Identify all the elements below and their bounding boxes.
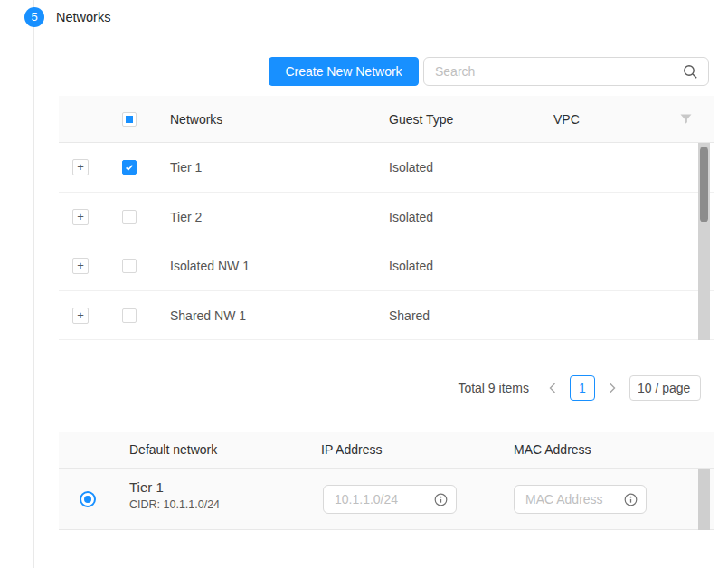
network-name: Tier 1: [170, 143, 202, 192]
network-wizard-step: 5 Networks Create New Network Networks G…: [0, 0, 728, 568]
step-title: Networks: [56, 7, 110, 27]
guest-type: Isolated: [389, 193, 433, 241]
select-all-checkbox[interactable]: [122, 112, 137, 127]
column-header-mac-address: MAC Address: [514, 432, 591, 469]
prev-page-button[interactable]: [543, 375, 563, 401]
network-name: Tier 1: [129, 479, 220, 495]
guest-type: Shared: [389, 291, 430, 340]
guest-type: Isolated: [389, 143, 433, 192]
networks-table-header: Networks Guest Type VPC: [59, 96, 714, 143]
expand-row-button[interactable]: +: [72, 159, 89, 175]
ip-address-input[interactable]: [325, 487, 428, 512]
indeterminate-mark: [126, 116, 133, 123]
expand-row-button[interactable]: +: [72, 258, 89, 274]
column-header-ip-address: IP Address: [321, 432, 382, 469]
chevron-left-icon: [549, 383, 556, 393]
pagination-total: Total 9 items: [458, 381, 529, 395]
table-scrollbar-track[interactable]: [698, 469, 710, 530]
table-row[interactable]: + Tier 2 Isolated: [59, 193, 714, 242]
radio-dot: [84, 496, 91, 503]
row-checkbox[interactable]: [122, 308, 137, 323]
row-checkbox[interactable]: [122, 160, 137, 175]
network-cidr: CIDR: 10.1.1.0/24: [129, 498, 220, 511]
next-page-button[interactable]: [602, 375, 622, 401]
default-network-radio[interactable]: [80, 491, 96, 507]
row-checkbox[interactable]: [122, 210, 137, 224]
page-size-value: 10 / page: [638, 381, 690, 395]
column-header-default-network: Default network: [129, 432, 217, 469]
create-new-network-button[interactable]: Create New Network: [269, 57, 419, 86]
table-scrollbar-track[interactable]: [698, 143, 710, 340]
filter-icon[interactable]: [680, 114, 692, 125]
ip-address-field[interactable]: [323, 485, 457, 514]
column-header-vpc: VPC: [553, 96, 580, 143]
row-checkbox[interactable]: [122, 259, 137, 273]
chevron-right-icon: [609, 383, 616, 393]
search-icon[interactable]: [683, 64, 698, 80]
mac-address-field[interactable]: [514, 485, 647, 514]
network-name: Tier 2: [170, 193, 202, 241]
table-row[interactable]: + Tier 1 Isolated: [59, 143, 714, 193]
table-row[interactable]: + Isolated NW 1 Isolated: [59, 241, 714, 291]
step-number-badge: 5: [24, 7, 44, 27]
guest-type: Isolated: [389, 241, 433, 290]
table-row[interactable]: + Shared NW 1 Shared: [59, 291, 714, 341]
network-name-cell: Tier 1 CIDR: 10.1.1.0/24: [129, 479, 220, 511]
search-input[interactable]: [425, 59, 680, 84]
default-network-row[interactable]: Tier 1 CIDR: 10.1.1.0/24: [59, 469, 714, 530]
search-box[interactable]: [423, 57, 709, 86]
mac-address-input[interactable]: [515, 487, 618, 512]
pagination: Total 9 items 1 10 / page: [458, 375, 701, 401]
default-network-table-header: Default network IP Address MAC Address: [59, 432, 714, 469]
page-number-button[interactable]: 1: [570, 375, 595, 401]
expand-row-button[interactable]: +: [72, 308, 89, 324]
expand-row-button[interactable]: +: [72, 209, 89, 225]
network-name: Shared NW 1: [170, 291, 246, 340]
default-network-table: Default network IP Address MAC Address T…: [59, 432, 714, 530]
column-header-networks: Networks: [170, 96, 222, 143]
page-size-select[interactable]: 10 / page: [629, 375, 701, 401]
networks-table: Networks Guest Type VPC + Tier 1 Isolate…: [59, 96, 714, 340]
step-connector-line: [33, 0, 34, 568]
network-name: Isolated NW 1: [170, 241, 250, 290]
check-icon: [124, 162, 135, 173]
column-header-guest-type: Guest Type: [389, 96, 453, 143]
table-scrollbar-thumb[interactable]: [700, 147, 708, 222]
info-icon[interactable]: [624, 493, 638, 506]
info-icon[interactable]: [434, 493, 448, 506]
